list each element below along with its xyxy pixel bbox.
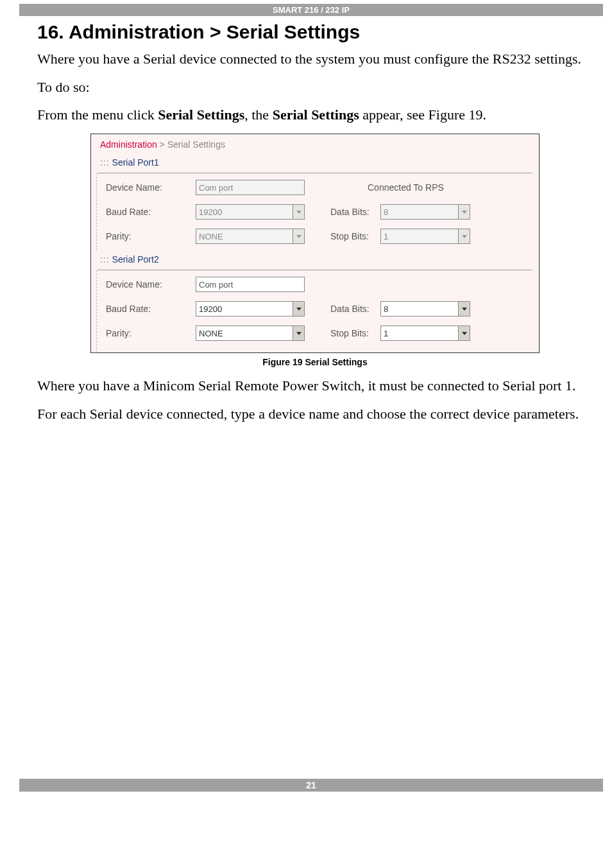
port1-form: Device Name: Connected To RPS Baud Rate:… [96,173,539,250]
port2-databits-select[interactable]: 8 [380,301,470,317]
port1-baud-label: Baud Rate: [106,207,196,217]
paragraph-instruction: From the menu click Serial Settings, the… [37,105,593,125]
port1-baud-select: 19200 [196,204,305,220]
chevron-down-icon [458,326,470,340]
chevron-down-icon [458,205,470,219]
port1-device-label: Device Name: [106,182,196,193]
settings-panel: Administration > Serial Settings ::: Ser… [90,134,540,353]
grip-icon: ::: [100,157,110,168]
chevron-down-icon [293,302,304,316]
breadcrumb: Administration > Serial Settings [91,134,539,153]
section-title: 16. Administration > Serial Settings [37,21,593,43]
port2-baud-select[interactable]: 19200 [196,301,305,317]
port2-databits-label: Data Bits: [330,304,380,314]
paragraph-note1: Where you have a Minicom Serial Remote P… [37,376,593,395]
paragraph-note2: For each Serial device connected, type a… [37,404,593,424]
port1-parity-select: NONE [196,229,305,244]
port1-device-name-input [196,180,305,195]
port1-stopbits-select: 1 [380,229,470,244]
port2-baud-label: Baud Rate: [106,304,196,314]
port1-heading: ::: Serial Port1 [91,153,539,173]
chevron-down-icon [458,302,470,316]
chevron-down-icon [458,229,470,243]
figure-caption: Figure 19 Serial Settings [37,357,593,367]
document-header: SMART 216 / 232 IP [19,4,603,16]
port1-parity-label: Parity: [106,231,196,241]
port2-form: Device Name: Baud Rate: 19200 Data Bits:… [96,270,539,352]
port2-parity-label: Parity: [106,328,196,338]
chevron-down-icon [293,229,304,243]
breadcrumb-admin: Administration [100,139,157,150]
grip-icon: ::: [100,254,110,265]
port1-stopbits-label: Stop Bits: [330,231,380,241]
port1-databits-select: 8 [380,204,470,220]
paragraph-todo: To do so: [37,78,593,97]
chevron-down-icon [293,326,304,340]
paragraph-intro: Where you have a Serial device connected… [37,49,593,69]
page-number: 21 [19,779,603,792]
port2-parity-select[interactable]: NONE [196,326,305,341]
port2-heading: ::: Serial Port2 [91,250,539,270]
breadcrumb-page: Serial Settings [167,139,225,150]
port2-stopbits-select[interactable]: 1 [380,326,470,341]
port2-device-name-input[interactable] [196,277,305,292]
chevron-down-icon [293,205,304,219]
port2-device-label: Device Name: [106,279,196,290]
port1-databits-label: Data Bits: [330,207,380,217]
port2-stopbits-label: Stop Bits: [330,328,380,338]
port1-status: Connected To RPS [368,182,444,193]
document-content: 16. Administration > Serial Settings Whe… [0,16,612,445]
